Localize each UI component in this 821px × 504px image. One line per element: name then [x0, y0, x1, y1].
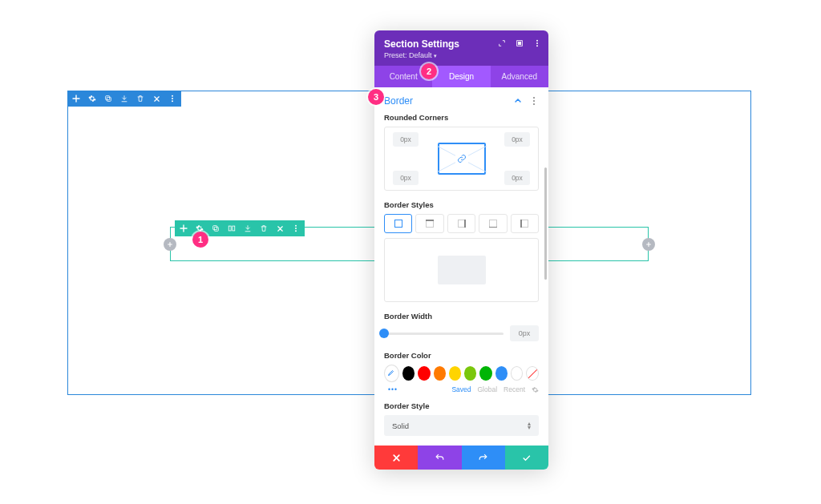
svg-rect-0 — [107, 97, 111, 101]
border-side-right[interactable] — [447, 214, 475, 233]
border-style-select[interactable]: Solid ▴▾ — [384, 415, 539, 436]
svg-rect-6 — [213, 226, 217, 230]
link-icon — [455, 152, 468, 165]
tab-design[interactable]: Design — [432, 66, 490, 87]
settings-panel: Section Settings Preset: Default ▾ Conte… — [374, 30, 548, 470]
svg-rect-8 — [233, 226, 235, 231]
row-delete-icon[interactable] — [258, 223, 269, 234]
section-delete-icon[interactable] — [135, 93, 146, 104]
swatch-green[interactable] — [479, 366, 491, 381]
svg-point-15 — [536, 42, 538, 44]
panel-more-icon[interactable] — [532, 38, 542, 48]
svg-rect-13 — [518, 42, 520, 44]
expand-icon[interactable] — [497, 38, 507, 48]
border-style-label: Border Style — [384, 401, 539, 410]
corner-br-input[interactable]: 0px — [504, 171, 530, 185]
row-columns-icon[interactable] — [226, 223, 237, 234]
save-button[interactable] — [505, 446, 548, 470]
svg-point-2 — [172, 95, 173, 97]
swatch-lime[interactable] — [464, 366, 476, 381]
svg-point-10 — [295, 228, 297, 229]
panel-preset[interactable]: Preset: Default ▾ — [384, 51, 539, 59]
panel-header: Section Settings Preset: Default ▾ — [374, 30, 548, 66]
svg-point-19 — [533, 103, 535, 105]
border-side-selector — [384, 214, 539, 233]
svg-point-14 — [536, 40, 538, 42]
border-preview-box — [438, 256, 486, 284]
section-more-icon[interactable] — [529, 96, 539, 106]
svg-point-11 — [295, 230, 297, 232]
section-duplicate-icon[interactable] — [103, 93, 114, 104]
snap-icon[interactable] — [515, 38, 524, 48]
border-side-all[interactable] — [384, 214, 412, 233]
border-width-label: Border Width — [384, 312, 539, 321]
collapse-icon[interactable] — [513, 96, 523, 106]
swatch-none[interactable] — [526, 366, 539, 381]
select-chevron-icon: ▴▾ — [528, 421, 531, 429]
rounded-corners-widget: 0px 0px 0px 0px — [384, 127, 539, 191]
svg-rect-1 — [106, 96, 110, 100]
step-badge-2: 2 — [421, 63, 437, 79]
row-close-icon[interactable] — [274, 223, 285, 234]
row-save-icon[interactable] — [242, 223, 253, 234]
slider-thumb[interactable] — [379, 329, 389, 338]
section-title-border[interactable]: Border — [384, 95, 413, 107]
row-more-icon[interactable] — [290, 223, 301, 234]
border-width-input[interactable]: 0px — [510, 325, 539, 341]
border-styles-label: Border Styles — [384, 200, 539, 209]
panel-body: Border Rounded Corners 0px 0px 0px 0px B… — [374, 87, 548, 446]
section-toolbar — [67, 91, 181, 107]
svg-rect-5 — [214, 227, 218, 231]
cancel-button[interactable] — [374, 446, 418, 470]
svg-rect-7 — [229, 226, 231, 231]
panel-tabs: Content Design Advanced — [374, 66, 548, 87]
swatch-empty[interactable] — [511, 366, 524, 381]
corner-bl-input[interactable]: 0px — [393, 171, 419, 185]
swatch-black[interactable] — [402, 366, 415, 381]
row-add-icon[interactable] — [178, 223, 189, 234]
border-side-bottom[interactable] — [479, 214, 507, 233]
corners-link-box[interactable] — [438, 143, 486, 175]
corner-tl-input[interactable]: 0px — [393, 132, 419, 147]
step-badge-3: 3 — [368, 89, 384, 105]
swatch-blue[interactable] — [495, 366, 508, 381]
swatch-yellow[interactable] — [449, 366, 461, 381]
swatch-more-dots[interactable]: ••• — [384, 385, 402, 393]
swatch-tab-recent[interactable]: Recent — [504, 385, 525, 393]
color-picker-button[interactable] — [384, 365, 399, 382]
row-duplicate-icon[interactable] — [210, 223, 221, 234]
section-save-icon[interactable] — [119, 93, 130, 104]
undo-button[interactable] — [418, 446, 461, 470]
svg-point-9 — [295, 225, 297, 227]
svg-point-3 — [172, 98, 173, 99]
svg-point-16 — [536, 45, 538, 46]
border-preview — [384, 238, 539, 302]
swatch-orange[interactable] — [434, 366, 446, 381]
border-color-label: Border Color — [384, 351, 539, 360]
border-width-slider[interactable] — [384, 333, 504, 335]
section-settings-icon[interactable] — [87, 93, 98, 104]
step-badge-1: 1 — [192, 232, 208, 248]
swatch-red[interactable] — [418, 366, 430, 381]
redo-button[interactable] — [462, 446, 505, 470]
border-side-left[interactable] — [511, 214, 539, 233]
svg-point-17 — [533, 97, 535, 99]
border-style-value: Solid — [392, 421, 409, 430]
swatch-settings-icon[interactable] — [532, 386, 539, 393]
swatch-tab-saved[interactable]: Saved — [451, 385, 471, 393]
corner-tr-input[interactable]: 0px — [504, 132, 530, 147]
border-side-top[interactable] — [415, 214, 443, 233]
svg-point-4 — [172, 100, 173, 102]
panel-scrollbar[interactable] — [544, 167, 547, 280]
row-add-right-handle[interactable] — [642, 238, 655, 251]
svg-point-18 — [533, 100, 535, 102]
section-add-icon[interactable] — [71, 93, 82, 104]
rounded-corners-label: Rounded Corners — [384, 113, 539, 122]
row-add-left-handle[interactable] — [164, 238, 176, 251]
section-more-icon[interactable] — [167, 93, 178, 104]
swatch-tab-global[interactable]: Global — [477, 385, 497, 393]
section-close-icon[interactable] — [151, 93, 162, 104]
panel-footer — [374, 446, 548, 470]
tab-advanced[interactable]: Advanced — [491, 66, 548, 87]
color-swatch-row — [384, 365, 539, 382]
